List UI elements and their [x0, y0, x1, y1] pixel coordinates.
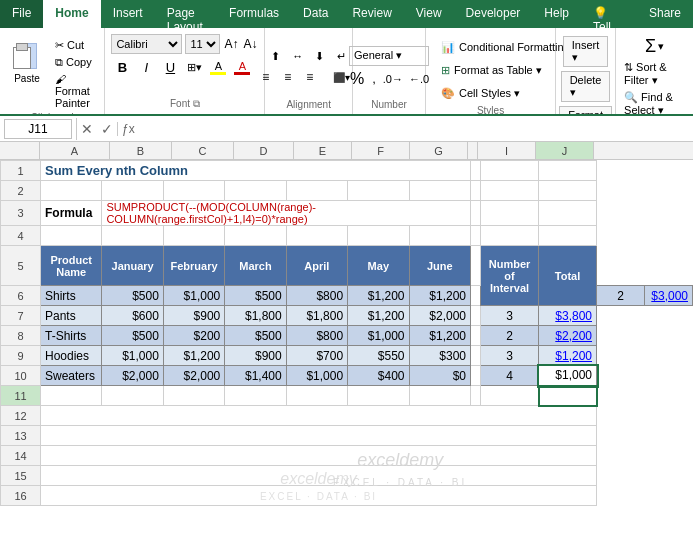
cell-H5[interactable]: [471, 246, 481, 286]
row-num-6[interactable]: 6: [1, 286, 41, 306]
row-num-14[interactable]: 14: [1, 446, 41, 466]
cell-J5[interactable]: Total: [539, 246, 597, 306]
row-num-9[interactable]: 9: [1, 346, 41, 366]
cell-G8[interactable]: $1,200: [409, 326, 470, 346]
fill-color-button[interactable]: A: [207, 57, 229, 77]
font-size-select[interactable]: 11: [185, 34, 220, 54]
cell-F9[interactable]: $550: [348, 346, 409, 366]
conditional-formatting-button[interactable]: 📊 Conditional Formatting ▾: [434, 38, 547, 57]
cell-G10[interactable]: $0: [409, 366, 470, 386]
cell-E10[interactable]: $1,000: [286, 366, 347, 386]
row-num-11[interactable]: 11: [1, 386, 41, 406]
cell-J9[interactable]: $1,200: [539, 346, 597, 366]
cell-G9[interactable]: $300: [409, 346, 470, 366]
cell-J8[interactable]: $2,200: [539, 326, 597, 346]
cell-G7[interactable]: $2,000: [409, 306, 470, 326]
cell-I9[interactable]: 3: [481, 346, 539, 366]
delete-cells-button[interactable]: Delete ▾: [561, 71, 611, 102]
cell-H2[interactable]: [471, 181, 481, 201]
col-header-H[interactable]: [468, 142, 478, 159]
cell-C7[interactable]: $900: [163, 306, 224, 326]
cell-B3[interactable]: SUMPRODUCT(--(MOD(COLUMN(range)-COLUMN(r…: [102, 201, 471, 226]
tab-data[interactable]: Data: [291, 0, 340, 28]
cell-B9[interactable]: $1,000: [102, 346, 163, 366]
font-name-select[interactable]: Calibri: [111, 34, 182, 54]
cell-I11[interactable]: [481, 386, 539, 406]
cell-H11[interactable]: [471, 386, 481, 406]
find-select-button[interactable]: 🔍 Find & Select ▾: [624, 91, 685, 116]
cell-F5[interactable]: May: [348, 246, 409, 286]
underline-button[interactable]: U: [159, 57, 181, 77]
tab-help[interactable]: Help: [532, 0, 581, 28]
cell-C10[interactable]: $2,000: [163, 366, 224, 386]
tab-file[interactable]: File: [0, 0, 43, 28]
cell-G6[interactable]: $1,200: [409, 286, 470, 306]
increase-font-button[interactable]: A↑: [223, 34, 239, 54]
cell-D6[interactable]: $500: [225, 286, 286, 306]
cell-I8[interactable]: 2: [481, 326, 539, 346]
row-num-7[interactable]: 7: [1, 306, 41, 326]
cell-H8[interactable]: [471, 326, 481, 346]
cell-E7[interactable]: $1,800: [286, 306, 347, 326]
row-num-12[interactable]: 12: [1, 406, 41, 426]
cell-G4[interactable]: [409, 226, 470, 246]
cell-F2[interactable]: [348, 181, 409, 201]
cell-A1[interactable]: Sum Every nth Column: [41, 161, 471, 181]
cell-H9[interactable]: [471, 346, 481, 366]
tab-view[interactable]: View: [404, 0, 454, 28]
cell-A10[interactable]: Sweaters: [41, 366, 102, 386]
format-painter-button[interactable]: 🖌 Format Painter: [52, 72, 98, 110]
cell-A2[interactable]: [41, 181, 102, 201]
cell-D7[interactable]: $1,800: [225, 306, 286, 326]
row-num-3[interactable]: 3: [1, 201, 41, 226]
cell-H4[interactable]: [471, 226, 481, 246]
col-header-A[interactable]: A: [40, 142, 110, 159]
cell-I10[interactable]: 4: [481, 366, 539, 386]
cell-I7[interactable]: 3: [481, 306, 539, 326]
col-header-C[interactable]: C: [172, 142, 234, 159]
border-button[interactable]: ⊞▾: [183, 57, 205, 77]
cell-J7[interactable]: $3,800: [539, 306, 597, 326]
row-num-5[interactable]: 5: [1, 246, 41, 286]
cell-H7[interactable]: [471, 306, 481, 326]
cell-D10[interactable]: $1,400: [225, 366, 286, 386]
cell-F4[interactable]: [348, 226, 409, 246]
cell-C6[interactable]: $1,000: [163, 286, 224, 306]
col-header-B[interactable]: B: [110, 142, 172, 159]
cell-H10[interactable]: [471, 366, 481, 386]
col-header-E[interactable]: E: [294, 142, 352, 159]
row-num-13[interactable]: 13: [1, 426, 41, 446]
cell-A5[interactable]: Product Name: [41, 246, 102, 286]
col-header-F[interactable]: F: [352, 142, 410, 159]
cell-F7[interactable]: $1,200: [348, 306, 409, 326]
tab-tell-me[interactable]: 💡 Tell me: [581, 0, 637, 28]
cell-D8[interactable]: $500: [225, 326, 286, 346]
row-num-1[interactable]: 1: [1, 161, 41, 181]
cell-I4[interactable]: [481, 226, 539, 246]
number-format-select[interactable]: General ▾: [349, 46, 429, 66]
cell-G5[interactable]: June: [409, 246, 470, 286]
cell-G11[interactable]: [409, 386, 470, 406]
cell-B11[interactable]: [102, 386, 163, 406]
cell-F6[interactable]: $1,200: [348, 286, 409, 306]
cell-J11[interactable]: [539, 386, 597, 406]
cell-J10[interactable]: $1,000: [539, 366, 597, 386]
align-middle-button[interactable]: ↔: [288, 47, 308, 65]
cell-J3[interactable]: [539, 201, 597, 226]
format-cells-button[interactable]: Format ▾: [559, 106, 612, 116]
cell-C5[interactable]: February: [163, 246, 224, 286]
cell-J2[interactable]: [539, 181, 597, 201]
sort-filter-button[interactable]: ⇅ Sort & Filter ▾: [624, 61, 685, 87]
row-num-4[interactable]: 4: [1, 226, 41, 246]
cut-button[interactable]: ✂ Cut: [52, 38, 98, 53]
cell-D5[interactable]: March: [225, 246, 286, 286]
row-num-2[interactable]: 2: [1, 181, 41, 201]
cell-E2[interactable]: [286, 181, 347, 201]
tab-formulas[interactable]: Formulas: [217, 0, 291, 28]
cell-C9[interactable]: $1,200: [163, 346, 224, 366]
cell-C4[interactable]: [163, 226, 224, 246]
cell-F10[interactable]: $400: [348, 366, 409, 386]
align-bottom-button[interactable]: ⬇: [310, 47, 330, 65]
row-num-8[interactable]: 8: [1, 326, 41, 346]
cell-D11[interactable]: [225, 386, 286, 406]
